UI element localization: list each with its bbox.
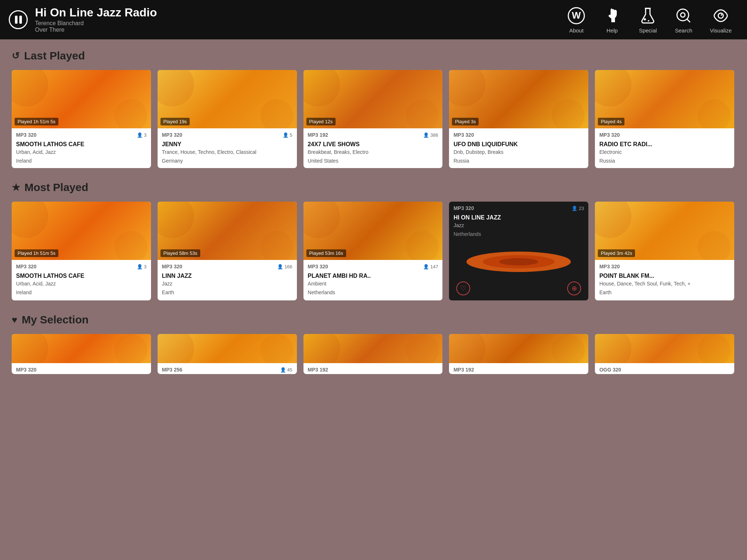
my-selection-card-3[interactable]: MP3 192 [303,334,443,374]
nav-item-special[interactable]: Special [632,3,664,36]
about-icon: W [567,6,586,25]
card-meta: MP3 320 👤 3 [12,260,151,271]
card-name: HI ON LINE JAZZ [453,214,584,221]
history-icon [12,50,20,62]
card-thumb: Played 58m 53s [158,202,297,260]
svg-line-7 [687,19,690,22]
card-meta: MP3 320 👤 147 [303,260,443,271]
card-thumb [158,334,297,363]
card-quality: MP3 320 [599,132,620,138]
card-genres: Dnb, Dubstep, Breaks [453,149,584,155]
card-name: JENNY [162,141,293,148]
last-played-card-4[interactable]: Played 3s MP3 320 UFO DNB LIQUIDFUNK Dnb… [449,70,588,168]
card-thumb [449,334,588,363]
card-actions: ♡ ⊕ [449,279,588,300]
star-icon [12,182,20,193]
card-meta: MP3 192 👤 386 [303,128,443,139]
track-info: Terence Blanchard Over There [35,20,560,33]
card-name: SMOOTH LATHOS CAFE [16,141,147,148]
most-played-title: Most Played [12,181,735,194]
card-listeners: 👤 147 [423,264,438,269]
card-meta: MP3 320 👤 3 [12,128,151,139]
most-played-card-2[interactable]: Played 58m 53s MP3 320 👤 166 LINN JAZZ J… [158,202,297,300]
card-genres: Breakbeat, Breaks, Electro [308,149,438,155]
card-genres: Ambient [308,281,438,287]
last-played-card-1[interactable]: Played 1h 51m 5s MP3 320 👤 3 SMOOTH LATH… [12,70,151,168]
card-meta: MP3 320 👤 166 [158,260,297,271]
my-selection-card-5[interactable]: OGG 320 [595,334,734,374]
most-played-card-5[interactable]: Played 3m 42s MP3 320 POINT BLANK FM... … [595,202,734,300]
card-genres: Urban, Acid, Jazz [16,281,147,287]
nav-label-search: Search [675,27,692,34]
card-genres: Trance, House, Techno, Electro, Classica… [162,149,293,155]
card-genres: Jazz [453,222,584,228]
card-body: PLANET AMBI HD RA.. Ambient Netherlands [303,271,443,300]
svg-point-12 [499,258,538,265]
my-selection-card-1[interactable]: MP3 320 [12,334,151,374]
my-selection-card-4[interactable]: MP3 192 [449,334,588,374]
pause-button[interactable] [9,10,28,29]
card-genres: Electronic [599,149,730,155]
card-genres: Urban, Acid, Jazz [16,149,147,155]
last-played-label: Last Played [24,50,85,62]
card-body: 24X7 LIVE SHOWS Breakbeat, Breaks, Elect… [303,139,443,168]
card-quality: MP3 192 [453,367,474,373]
card-meta: MP3 320 [12,363,151,374]
card-body: RADIO ETC RADI... Electronic Russia [595,139,734,168]
card-country: Netherlands [453,231,584,237]
played-badge: Played 53m 16s [306,249,346,257]
visualize-icon [711,6,730,25]
most-played-card-3[interactable]: Played 53m 16s MP3 320 👤 147 PLANET AMBI… [303,202,443,300]
my-selection-cards: MP3 320 MP3 256 👤 45 MP3 192 [12,334,735,374]
nav-item-help[interactable]: Help [596,3,628,36]
special-icon [638,6,657,25]
card-listeners: 👤 3 [137,132,147,138]
card-name: SMOOTH LATHOS CAFE [16,272,147,279]
heart-icon [12,314,17,326]
svg-point-4 [648,20,649,22]
my-selection-card-2[interactable]: MP3 256 👤 45 [158,334,297,374]
card-thumb: Played 3s [449,70,588,128]
card-quality: MP3 320 [16,367,36,373]
card-body: JENNY Trance, House, Techno, Electro, Cl… [158,139,297,168]
nav-item-about[interactable]: W About [560,3,592,36]
card-thumb: Played 3m 42s [595,202,734,260]
most-played-card-4-active[interactable]: MP3 320 👤 23 HI ON LINE JAZZ Jazz Nether… [449,202,588,300]
nav-item-search[interactable]: Search [667,3,700,36]
last-played-card-5[interactable]: Played 4s MP3 320 RADIO ETC RADI... Elec… [595,70,734,168]
card-meta: MP3 192 [303,363,443,374]
card-meta: MP3 320 👤 23 [449,202,588,213]
card-thumb [303,334,443,363]
played-badge: Played 3s [452,118,479,125]
card-country: Ireland [16,158,147,164]
svg-point-3 [644,18,646,20]
search-icon [674,6,693,25]
card-meta: MP3 320 👤 5 [158,128,297,139]
card-quality: MP3 320 [16,264,36,269]
played-badge: Played 1h 51m 5s [15,249,58,257]
most-played-card-1[interactable]: Played 1h 51m 5s MP3 320 👤 3 SMOOTH LATH… [12,202,151,300]
card-listeners: 👤 5 [283,132,293,138]
card-body: HI ON LINE JAZZ Jazz Netherlands [449,213,588,241]
last-played-card-2[interactable]: Played 19s MP3 320 👤 5 JENNY Trance, Hou… [158,70,297,168]
card-country: Russia [453,158,584,164]
card-country: United States [308,158,438,164]
played-badge: Played 19s [160,118,190,125]
card-quality: MP3 320 [453,132,474,138]
card-quality: MP3 320 [599,264,620,269]
card-thumb: Played 1h 51m 5s [12,202,151,260]
nav-item-visualize[interactable]: Visualize [703,3,738,36]
card-meta: OGG 320 [595,363,734,374]
card-name: POINT BLANK FM... [599,272,730,279]
my-selection-label: My Selection [22,314,88,326]
add-button[interactable]: ⊕ [567,281,581,295]
card-body: UFO DNB LIQUIDFUNK Dnb, Dubstep, Breaks … [449,139,588,168]
track-name: Over There [35,27,65,33]
svg-point-6 [681,13,685,17]
last-played-card-3[interactable]: Played 12s MP3 192 👤 386 24X7 LIVE SHOWS… [303,70,443,168]
main-content: Last Played Played 1h 51m 5s MP3 320 👤 3… [0,39,747,389]
like-button[interactable]: ♡ [456,281,470,295]
card-listeners: 👤 3 [137,264,147,269]
card-quality: MP3 192 [308,132,328,138]
last-played-title: Last Played [12,50,735,62]
